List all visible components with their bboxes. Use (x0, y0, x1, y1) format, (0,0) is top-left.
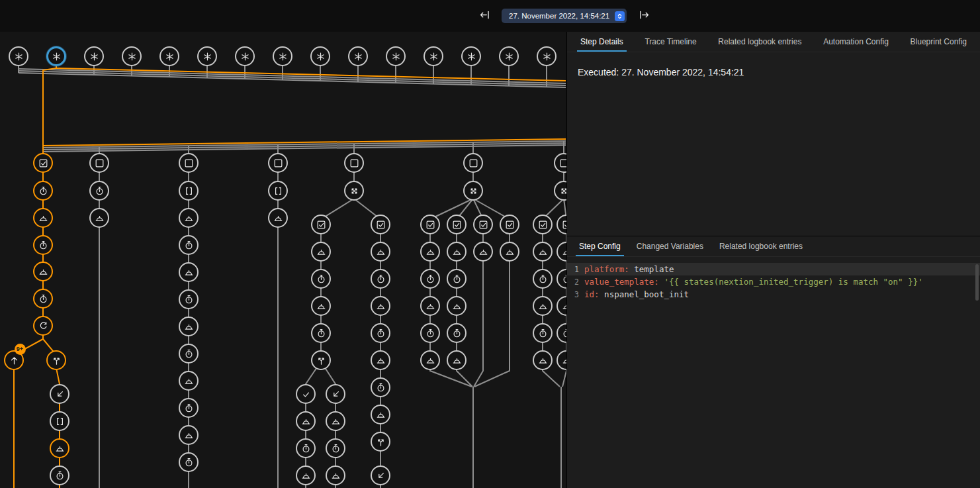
trace-node-service[interactable] (268, 208, 288, 228)
trace-node-stopwatch[interactable] (447, 323, 467, 343)
trace-node-brackets[interactable] (268, 181, 288, 201)
trace-node-call-split[interactable] (46, 350, 66, 370)
trace-node-asterisk[interactable] (122, 46, 142, 66)
trace-node-square[interactable] (463, 153, 483, 173)
trace-node-service[interactable] (500, 242, 519, 262)
trace-node-stopwatch[interactable] (33, 181, 53, 201)
trace-node-service[interactable] (371, 242, 390, 262)
trace-node-check-square[interactable] (533, 215, 553, 234)
trace-node-service[interactable] (326, 465, 345, 485)
trace-node-service[interactable] (447, 242, 467, 262)
trace-node-brackets[interactable] (50, 411, 69, 431)
trace-node-stopwatch[interactable] (179, 344, 199, 364)
trace-node-check-square[interactable] (473, 215, 493, 234)
trace-node-service[interactable] (311, 242, 331, 262)
tab-blueprint-config[interactable]: Blueprint Config (903, 32, 975, 52)
trace-node-stopwatch[interactable] (296, 438, 316, 458)
trace-node-arrow-bottom-left[interactable] (371, 465, 390, 485)
tab-related-logbook-entries[interactable]: Related logbook entries (711, 236, 811, 256)
run-datetime-picker[interactable]: 27. November 2022, 14:54:21 (502, 9, 627, 23)
trace-node-service[interactable] (179, 208, 199, 228)
trace-node-check-square[interactable] (311, 215, 331, 234)
trace-node-split4[interactable] (344, 181, 364, 201)
trace-node-stopwatch[interactable] (311, 269, 331, 289)
trace-node-brackets[interactable] (179, 181, 199, 201)
trace-node-stopwatch[interactable] (447, 269, 467, 289)
trace-node-service[interactable] (371, 405, 390, 424)
next-run-button[interactable] (636, 8, 652, 24)
trace-node-square[interactable] (344, 153, 364, 173)
trace-node-stopwatch[interactable] (326, 438, 345, 458)
trace-node-service[interactable] (179, 262, 199, 282)
trace-node-stopwatch[interactable] (420, 269, 440, 289)
trace-node-asterisk[interactable] (499, 46, 519, 66)
trace-node-service[interactable] (533, 296, 553, 316)
trace-node-stopwatch[interactable] (50, 465, 69, 485)
trace-node-stopwatch[interactable] (420, 323, 440, 343)
trace-node-asterisk[interactable] (386, 46, 406, 66)
trace-node-asterisk[interactable] (159, 46, 179, 66)
trace-node-service[interactable] (326, 411, 345, 431)
trace-node-stopwatch[interactable] (179, 289, 199, 309)
trace-node-service[interactable] (533, 242, 553, 262)
trace-node-asterisk[interactable] (46, 46, 66, 66)
trace-node-stopwatch[interactable] (179, 398, 199, 418)
trace-node-stopwatch[interactable] (89, 181, 109, 201)
trace-node-check-square[interactable] (500, 215, 519, 234)
trace-node-service[interactable] (296, 465, 316, 485)
trace-node-service[interactable] (179, 371, 199, 391)
trace-node-service[interactable] (296, 411, 316, 431)
tab-step-details[interactable]: Step Details (572, 32, 631, 52)
tab-trace-timeline[interactable]: Trace Timeline (637, 32, 704, 52)
trace-node-asterisk[interactable] (310, 46, 330, 66)
trace-node-arrow-bottom-left[interactable] (50, 384, 69, 404)
trace-node-asterisk[interactable] (348, 46, 368, 66)
trace-node-check-square[interactable] (33, 153, 53, 173)
trace-node-stopwatch[interactable] (533, 323, 553, 343)
trace-node-stopwatch[interactable] (371, 323, 390, 343)
trace-node-asterisk[interactable] (461, 46, 481, 66)
trace-node-service[interactable] (33, 262, 53, 281)
trace-node-stopwatch[interactable] (371, 377, 390, 397)
trace-node-service[interactable] (179, 317, 199, 336)
previous-run-button[interactable] (476, 8, 492, 24)
trace-node-call-split[interactable] (311, 350, 331, 370)
trace-node-stopwatch[interactable] (371, 269, 390, 289)
trace-node-service[interactable] (420, 296, 440, 316)
trace-node-square[interactable] (179, 153, 199, 173)
trace-node-stopwatch[interactable] (33, 289, 53, 309)
trace-node-asterisk[interactable] (84, 46, 104, 66)
trace-node-service[interactable] (447, 350, 467, 370)
trace-node-service[interactable] (420, 350, 440, 370)
trace-node-stopwatch[interactable] (33, 235, 53, 255)
trace-node-service[interactable] (447, 296, 467, 316)
trace-node-asterisk[interactable] (197, 46, 217, 66)
trace-node-asterisk[interactable] (235, 46, 255, 66)
trace-node-service[interactable] (371, 296, 390, 316)
trace-node-check-square[interactable] (371, 215, 390, 234)
trace-node-asterisk[interactable] (537, 46, 557, 66)
trace-node-service[interactable] (473, 242, 493, 262)
trace-node-stopwatch[interactable] (533, 269, 553, 289)
trace-node-asterisk[interactable] (273, 46, 292, 66)
trace-node-service[interactable] (420, 242, 440, 262)
trace-node-refresh[interactable] (33, 316, 53, 336)
trace-node-service[interactable] (533, 350, 553, 370)
tab-automation-config[interactable]: Automation Config (815, 32, 897, 52)
code-scrollbar[interactable] (975, 264, 979, 301)
trace-node-service[interactable] (311, 296, 331, 316)
trace-node-split4[interactable] (463, 181, 483, 201)
trace-node-stopwatch[interactable] (311, 323, 331, 343)
trace-node-service[interactable] (50, 438, 69, 458)
trace-node-check[interactable] (296, 384, 316, 404)
tab-related-logbook-entries[interactable]: Related logbook entries (710, 32, 809, 52)
trace-node-stopwatch[interactable] (179, 452, 199, 472)
trace-node-service[interactable] (89, 208, 109, 228)
trace-node-asterisk[interactable] (9, 46, 28, 66)
trace-node-stopwatch[interactable] (179, 235, 199, 255)
tab-changed-variables[interactable]: Changed Variables (629, 236, 711, 256)
trace-node-check-square[interactable] (420, 215, 440, 234)
code-editor[interactable]: 1platform: template2value_template: '{{ … (567, 263, 980, 301)
trace-node-call-split[interactable] (371, 432, 390, 452)
trace-node-square[interactable] (89, 153, 109, 173)
